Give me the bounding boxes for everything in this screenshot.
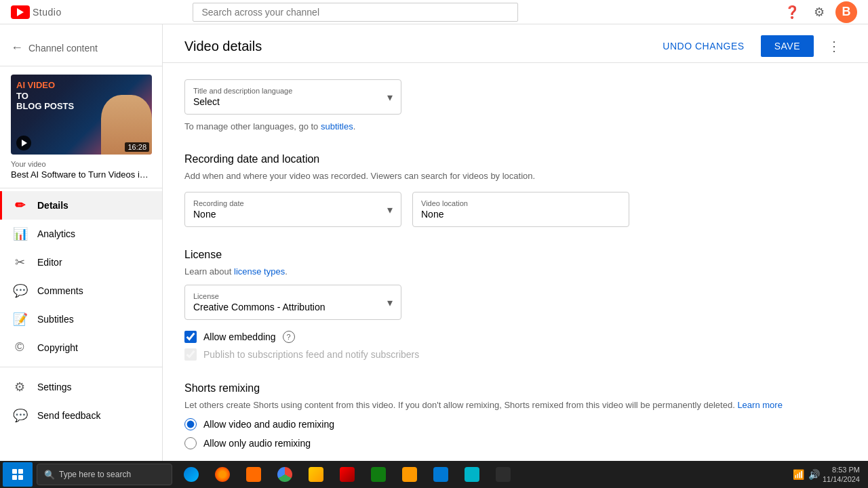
systray-time: 8:53 PM 11/14/2024 (823, 465, 860, 485)
subtitle-info: To manage other languages, go to subtitl… (184, 121, 846, 131)
sidebar-nav: ✏ Details 📊 Analytics ✂ Editor 💬 Comment… (0, 188, 162, 432)
filezilla-icon (340, 467, 355, 482)
taskbar-app-green[interactable] (363, 462, 393, 487)
more-options-button[interactable]: ⋮ (822, 35, 846, 57)
taskbar-app-edge[interactable] (176, 462, 206, 487)
license-field-value: Creative Commons - Attribution (193, 302, 393, 312)
dark-app-icon (496, 467, 511, 482)
content-header: Video details UNDO CHANGES SAVE ⋮ (163, 24, 868, 63)
language-section: Title and description language Select ▾ … (184, 79, 846, 131)
header-actions: UNDO CHANGES SAVE ⋮ (654, 35, 846, 57)
taskbar-app-chrome[interactable] (270, 462, 300, 487)
learn-more-link[interactable]: Learn more (737, 400, 782, 410)
youtube-logo-icon (11, 5, 30, 19)
allow-embedding-label: Allow embedding (203, 331, 276, 342)
sidebar-item-analytics[interactable]: 📊 Analytics (0, 220, 162, 248)
taskbar-app-blue2[interactable] (426, 462, 456, 487)
settings-icon-btn[interactable]: ⚙ (808, 1, 830, 23)
video-location-label: Video location (421, 199, 620, 207)
taskbar-app-3[interactable] (239, 462, 269, 487)
avatar-btn[interactable]: B (835, 1, 857, 23)
comments-label: Comments (37, 285, 83, 296)
sidebar: ← Channel content AI VIDEOTOBLOG POSTS 1… (0, 24, 163, 488)
allow-video-audio-row: Allow video and audio remixing (184, 418, 846, 430)
sidebar-item-subtitles[interactable]: 📝 Subtitles (0, 305, 162, 333)
subtitles-link[interactable]: subtitles (321, 121, 353, 131)
analytics-label: Analytics (37, 228, 75, 239)
thumb-play-icon (16, 136, 31, 150)
publish-feed-row: Publish to subscriptions feed and notify… (184, 348, 846, 361)
thumb-duration: 16:28 (125, 142, 149, 152)
allow-embedding-help-icon[interactable]: ? (283, 331, 295, 343)
shorts-desc: Let others create Shorts using content f… (184, 400, 846, 410)
taskbar-app-filezilla[interactable] (332, 462, 362, 487)
subtitle-prefix-text: To manage other languages, go to (184, 121, 318, 131)
recording-date-label: Recording date (193, 199, 393, 207)
analytics-icon: 📊 (13, 226, 26, 241)
allow-video-audio-label: Allow video and audio remixing (203, 419, 334, 430)
copyright-icon: © (13, 340, 26, 354)
allow-video-audio-radio[interactable] (184, 418, 197, 430)
publish-feed-checkbox[interactable] (184, 348, 197, 361)
taskbar-app-dark[interactable] (488, 462, 518, 487)
topbar: Studio ❓ ⚙ B (0, 0, 868, 24)
language-dropdown-arrow-icon: ▾ (387, 91, 393, 104)
video-thumbnail[interactable]: AI VIDEOTOBLOG POSTS 16:28 (11, 75, 152, 155)
channel-info: ← Channel content (0, 30, 162, 66)
firefox-icon (215, 467, 230, 482)
studio-label: Studio (33, 7, 62, 18)
sidebar-item-details[interactable]: ✏ Details (0, 191, 162, 220)
back-button[interactable]: ← Channel content (11, 38, 98, 58)
language-field-label: Title and description language (193, 87, 393, 95)
sidebar-item-editor[interactable]: ✂ Editor (0, 248, 162, 277)
sidebar-item-feedback[interactable]: 💬 Send feedback (0, 401, 162, 430)
license-field-label: License (193, 292, 393, 300)
content-body: Title and description language Select ▾ … (163, 63, 868, 487)
sidebar-item-copyright[interactable]: © Copyright (0, 333, 162, 361)
time-display: 8:53 PM (823, 465, 860, 474)
feedback-icon: 💬 (13, 408, 26, 423)
help-icon-btn[interactable]: ❓ (781, 1, 803, 23)
date-display: 11/14/2024 (823, 474, 860, 484)
sidebar-item-settings[interactable]: ⚙ Settings (0, 373, 162, 401)
taskbar-app-explorer[interactable] (301, 462, 331, 487)
taskbar-apps (176, 462, 518, 487)
taskbar-app-firefox[interactable] (208, 462, 237, 487)
search-input[interactable] (193, 3, 518, 22)
taskbar-search-icon: 🔍 (44, 470, 55, 480)
allow-embedding-row: Allow embedding ? (184, 331, 846, 343)
sidebar-item-comments[interactable]: 💬 Comments (0, 277, 162, 305)
license-learn-text: Learn about license types. (184, 266, 846, 277)
undo-changes-button[interactable]: UNDO CHANGES (654, 35, 752, 57)
taskbar-search-bar[interactable]: 🔍 Type here to search (37, 464, 172, 485)
cyan-app-icon (465, 467, 479, 482)
language-dropdown[interactable]: Title and description language Select ▾ (184, 79, 401, 115)
your-video-label: Your video (11, 160, 151, 168)
channel-content-label: Channel content (28, 43, 98, 54)
license-dropdown[interactable]: License Creative Commons - Attribution ▾ (184, 285, 401, 320)
page-title: Video details (184, 39, 262, 54)
your-video-title: Best AI Software to Turn Videos into... (11, 169, 151, 180)
app3-icon (246, 467, 261, 482)
allow-audio-only-radio[interactable] (184, 437, 197, 449)
feedback-label: Send feedback (37, 410, 100, 421)
save-button[interactable]: SAVE (761, 35, 814, 57)
taskbar: 🔍 Type here to search (0, 461, 868, 488)
back-arrow-icon: ← (11, 41, 23, 55)
recording-date-dropdown[interactable]: Recording date None ▾ (184, 192, 401, 227)
chrome-icon (277, 467, 292, 482)
comments-icon: 💬 (13, 283, 26, 298)
thumb-title-text: AI VIDEOTOBLOG POSTS (16, 80, 74, 112)
volume-icon: 🔊 (808, 469, 820, 480)
file-explorer-icon (309, 467, 323, 482)
allow-embedding-checkbox[interactable] (184, 331, 197, 343)
license-section-title: License (184, 249, 846, 261)
video-location-field[interactable]: Video location None (412, 192, 629, 227)
license-options: Allow embedding ? Publish to subscriptio… (184, 331, 846, 361)
taskbar-systray: 📶 🔊 8:53 PM 11/14/2024 (793, 465, 865, 485)
details-icon: ✏ (13, 198, 26, 213)
taskbar-app-cyan[interactable] (457, 462, 487, 487)
taskbar-app-orange[interactable] (395, 462, 425, 487)
start-button[interactable] (3, 462, 33, 487)
license-types-link[interactable]: license types (234, 266, 285, 277)
